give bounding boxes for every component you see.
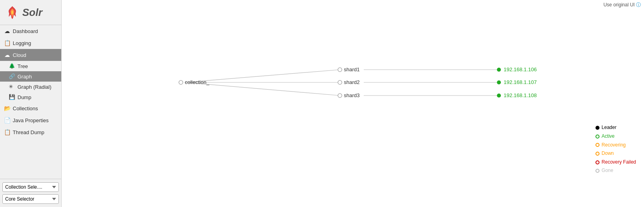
sidebar-item-logging-label: Logging [13, 40, 31, 46]
replica3-node [497, 94, 501, 98]
replica2-node [497, 80, 501, 84]
legend-gone-label: Gone [601, 166, 613, 175]
shard1-label: shard1 [344, 66, 360, 72]
logo-text: Solr [22, 6, 43, 19]
legend-recovery-failed-label: Recovery Failed [601, 158, 636, 167]
legend-active: Active [596, 132, 636, 141]
sidebar-item-thread-dump-label: Thread Dump [13, 129, 44, 135]
sidebar-bottom: Collection Sele.... Core Selector [0, 179, 61, 207]
legend-active-dot [596, 135, 599, 139]
core-selector[interactable]: Core Selector [2, 194, 59, 204]
legend-leader-dot [596, 126, 599, 130]
replica1-label: 192.168.1.106 [504, 66, 537, 72]
graph-svg: collection_ shard1 shard2 shard3 192.168… [62, 0, 644, 207]
tree-icon: 🌲 [9, 63, 15, 69]
legend-down-label: Down [601, 149, 614, 158]
sidebar-item-dashboard[interactable]: ☁ Dashboard [0, 25, 61, 37]
sidebar-item-graph[interactable]: 🔗 Graph [0, 71, 61, 82]
dashboard-icon: ☁ [4, 28, 10, 34]
graph-icon: 🔗 [9, 73, 15, 80]
legend-leader: Leader [596, 123, 636, 132]
sidebar-item-tree[interactable]: 🌲 Tree [0, 61, 61, 71]
sidebar-item-dashboard-label: Dashboard [13, 28, 38, 34]
sidebar-item-graph-radial[interactable]: ✳ Graph (Radial) [0, 82, 61, 92]
shard3-label: shard3 [344, 92, 360, 98]
cloud-icon: ☁ [4, 52, 10, 58]
main-content: Use original UI ⓘ collection_ shard1 sha… [62, 0, 644, 207]
solr-logo-icon [4, 4, 21, 21]
legend-active-label: Active [601, 132, 615, 141]
legend-recovery-failed-dot [596, 160, 599, 164]
sidebar-item-tree-label: Tree [17, 63, 28, 69]
solr-logo: Solr [4, 4, 43, 21]
shard2-node [338, 80, 342, 84]
legend-recovery-failed: Recovery Failed [596, 158, 636, 167]
legend: Leader Active Recovering Down Recovery F… [596, 123, 636, 175]
collection-label: collection_ [185, 79, 209, 85]
java-properties-icon: 📄 [4, 117, 10, 123]
sidebar-item-graph-label: Graph [17, 74, 32, 80]
replica2-label: 192.168.1.107 [504, 79, 537, 85]
sidebar-item-java-properties-label: Java Properties [13, 117, 48, 123]
legend-down: Down [596, 149, 636, 158]
collection-node [179, 80, 183, 84]
sidebar-item-cloud-label: Cloud [13, 52, 26, 58]
nav-items: ☁ Dashboard 📋 Logging ☁ Cloud 🌲 Tree 🔗 G… [0, 25, 61, 179]
shard3-node [338, 94, 342, 98]
legend-gone-dot [596, 169, 599, 173]
sidebar-item-thread-dump[interactable]: 📋 Thread Dump [0, 126, 61, 138]
sidebar-item-collections[interactable]: 📂 Collections [0, 102, 61, 114]
replica1-node [497, 68, 501, 72]
dump-icon: 💾 [9, 94, 15, 100]
shard1-node [338, 68, 342, 72]
logo-area: Solr [0, 0, 61, 25]
collections-icon: 📂 [4, 105, 10, 111]
legend-leader-label: Leader [601, 123, 616, 132]
collection-selector[interactable]: Collection Sele.... [2, 182, 59, 192]
sidebar-item-collections-label: Collections [13, 105, 38, 111]
sidebar-item-logging[interactable]: 📋 Logging [0, 37, 61, 49]
sidebar-item-dump-label: Dump [17, 94, 31, 100]
legend-recovering-dot [596, 143, 599, 147]
legend-recovering-label: Recovering [601, 141, 626, 150]
thread-dump-icon: 📋 [4, 129, 10, 135]
shard2-label: shard2 [344, 79, 360, 85]
sidebar-item-cloud[interactable]: ☁ Cloud [0, 49, 61, 61]
sidebar-item-java-properties[interactable]: 📄 Java Properties [0, 114, 61, 126]
graph-radial-icon: ✳ [9, 84, 15, 90]
legend-gone: Gone [596, 166, 636, 175]
logging-icon: 📋 [4, 40, 10, 46]
legend-recovering: Recovering [596, 141, 636, 150]
sidebar: Solr ☁ Dashboard 📋 Logging ☁ Cloud 🌲 Tre… [0, 0, 62, 207]
legend-down-dot [596, 152, 599, 156]
replica3-label: 192.168.1.108 [504, 92, 537, 98]
sidebar-item-dump[interactable]: 💾 Dump [0, 92, 61, 102]
sidebar-item-graph-radial-label: Graph (Radial) [17, 84, 51, 90]
